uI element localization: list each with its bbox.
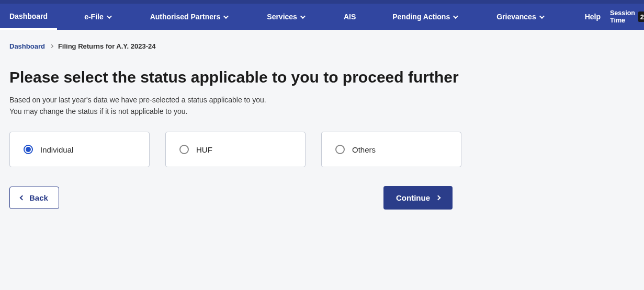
chevron-left-icon xyxy=(20,195,25,201)
option-huf[interactable]: HUF xyxy=(165,132,306,167)
nav-dashboard[interactable]: Dashboard xyxy=(0,4,57,30)
session-label: Session Time xyxy=(610,9,635,24)
radio-icon xyxy=(335,145,345,154)
nav-help[interactable]: Help xyxy=(575,4,610,30)
subtext-line: Based on your last year's data we have p… xyxy=(9,95,461,106)
nav-label: Dashboard xyxy=(9,12,48,20)
breadcrumb-current: Filing Returns for A.Y. 2023-24 xyxy=(58,42,156,50)
chevron-down-icon xyxy=(300,14,306,19)
continue-button[interactable]: Continue xyxy=(383,186,453,210)
option-others[interactable]: Others xyxy=(321,132,461,167)
radio-icon xyxy=(24,145,33,154)
nav-label: Grievances xyxy=(496,13,536,21)
main-content: Please select the status applicable to y… xyxy=(0,57,471,230)
chevron-down-icon xyxy=(539,14,545,19)
nav-authorised-partners[interactable]: Authorised Partners xyxy=(141,4,237,30)
nav-label: Pending Actions xyxy=(392,13,450,21)
nav-label: Help xyxy=(585,13,601,21)
main-navbar: Dashboard e-File Authorised Partners Ser… xyxy=(0,4,644,30)
nav-label: Authorised Partners xyxy=(150,13,221,21)
action-row: Back Continue xyxy=(9,186,453,210)
chevron-down-icon xyxy=(107,14,112,19)
digit: 2 xyxy=(638,11,644,22)
chevron-right-icon xyxy=(50,44,53,48)
nav-label: e-File xyxy=(84,13,104,21)
chevron-right-icon xyxy=(436,195,441,201)
nav-label: AIS xyxy=(344,13,356,21)
session-timer: Session Time 2 7 : 2 4 xyxy=(610,9,644,24)
chevron-down-icon xyxy=(453,14,458,19)
button-label: Continue xyxy=(396,193,430,202)
nav-grievances[interactable]: Grievances xyxy=(487,4,552,30)
back-button[interactable]: Back xyxy=(9,187,59,209)
page-subtext: Based on your last year's data we have p… xyxy=(9,95,461,117)
breadcrumb: Dashboard Filing Returns for A.Y. 2023-2… xyxy=(0,30,644,57)
option-label: Individual xyxy=(40,145,73,154)
breadcrumb-root[interactable]: Dashboard xyxy=(9,42,45,50)
status-options: Individual HUF Others xyxy=(9,132,461,167)
option-individual[interactable]: Individual xyxy=(9,132,150,167)
subtext-line: You may change the status if it is not a… xyxy=(9,106,461,118)
option-label: Others xyxy=(352,145,376,154)
top-accent-bar xyxy=(0,0,644,4)
nav-ais[interactable]: AIS xyxy=(334,4,365,30)
chevron-down-icon xyxy=(223,14,229,19)
nav-services[interactable]: Services xyxy=(257,4,313,30)
nav-efile[interactable]: e-File xyxy=(75,4,120,30)
option-label: HUF xyxy=(196,145,212,154)
radio-icon xyxy=(179,145,189,154)
page-title: Please select the status applicable to y… xyxy=(9,67,461,87)
timer-minutes: 2 7 xyxy=(638,11,644,22)
nav-pending-actions[interactable]: Pending Actions xyxy=(383,4,466,30)
nav-label: Services xyxy=(267,13,297,21)
button-label: Back xyxy=(29,193,48,202)
